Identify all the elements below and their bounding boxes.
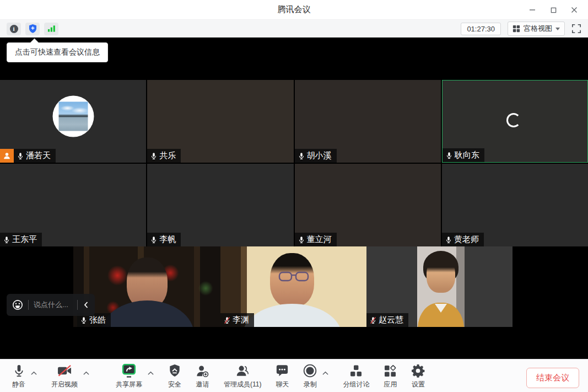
invite-icon: [196, 363, 209, 378]
toolbar-label: 分组讨论: [343, 380, 369, 389]
participant-tile[interactable]: 王东平: [0, 164, 146, 246]
security-icon: [169, 363, 181, 378]
toolbar-label: 设置: [412, 380, 425, 389]
participant-name: 李帆: [159, 234, 176, 245]
microphone-icon: [13, 363, 25, 378]
video-feed: [417, 246, 465, 327]
apps-button[interactable]: 应用: [384, 363, 397, 389]
security-button[interactable]: 安全: [168, 363, 181, 389]
chat-input[interactable]: 说点什么...: [34, 300, 72, 310]
minimize-button[interactable]: [524, 2, 541, 18]
invite-button[interactable]: 邀请: [196, 363, 209, 389]
manage-members-button[interactable]: 管理成员(11): [224, 363, 261, 389]
participant-name: 黄老师: [454, 234, 479, 245]
participant-tile[interactable]: 董立河: [295, 164, 441, 246]
title-bar: 腾讯会议: [0, 0, 588, 20]
end-meeting-button[interactable]: 结束会议: [526, 368, 579, 388]
meeting-status-bar: i 01:27:30: [0, 20, 588, 37]
minimize-icon: [529, 7, 536, 13]
mic-on-icon: [298, 152, 305, 160]
mute-options-chevron[interactable]: [31, 368, 37, 378]
view-layout-selector[interactable]: 宫格视图: [508, 22, 565, 36]
toolbar-label: 邀请: [196, 380, 209, 389]
toolbar-label: 聊天: [276, 380, 289, 389]
meeting-info-button[interactable]: i: [7, 23, 21, 35]
toolbar-label: 静音: [12, 380, 25, 389]
record-options-chevron[interactable]: [322, 368, 328, 378]
members-icon: [235, 363, 250, 378]
avatar-image: [58, 102, 88, 131]
participant-video-tile[interactable]: 张皓: [73, 246, 220, 327]
mic-muted-icon: [369, 316, 377, 324]
meeting-timer: 01:27:30: [461, 23, 501, 35]
record-button[interactable]: 录制: [303, 363, 317, 389]
toolbar-label: 录制: [304, 380, 317, 389]
meeting-info-tooltip: 点击可快速查看会议信息: [7, 42, 108, 62]
mic-on-icon: [298, 236, 305, 244]
mic-on-icon: [445, 236, 452, 244]
settings-button[interactable]: 设置: [411, 363, 425, 389]
toolbar-label: 应用: [384, 380, 397, 389]
meeting-window: 腾讯会议 i: [0, 0, 588, 392]
settings-gear-icon: [411, 363, 425, 378]
record-icon: [303, 363, 317, 378]
video-feed: [100, 300, 194, 327]
chat-icon: [276, 363, 289, 378]
divider: [28, 300, 29, 310]
share-screen-button[interactable]: 共享屏幕: [116, 363, 142, 389]
breakout-rooms-button[interactable]: 分组讨论: [343, 363, 369, 389]
maximize-icon: [551, 7, 557, 13]
collapse-chevron-left-icon[interactable]: [83, 301, 89, 309]
tooltip-text: 点击可快速查看会议信息: [15, 47, 100, 56]
app-title: 腾讯会议: [278, 4, 311, 15]
mic-on-icon: [445, 152, 453, 159]
mic-muted-icon: [223, 316, 231, 324]
info-icon: i: [10, 25, 18, 33]
participant-tile[interactable]: 李帆: [147, 164, 293, 246]
participant-name: 胡小溪: [307, 151, 332, 161]
maximize-button[interactable]: [545, 2, 562, 18]
emoji-icon[interactable]: [12, 299, 23, 310]
participant-tile[interactable]: 胡小溪: [295, 80, 441, 163]
mic-on-icon: [3, 236, 10, 244]
participant-tile[interactable]: 潘若天: [0, 80, 146, 163]
mute-button[interactable]: 静音: [12, 363, 25, 389]
share-options-chevron[interactable]: [148, 368, 154, 378]
video-feed: [435, 304, 447, 313]
start-video-button[interactable]: 开启视频: [51, 363, 78, 389]
participant-video-tile[interactable]: 李渊: [220, 246, 366, 327]
video-feed: [242, 304, 342, 327]
participant-tile-active-speaker[interactable]: 耿向东: [442, 80, 588, 163]
network-signal-button[interactable]: [44, 23, 58, 35]
chat-button[interactable]: 聊天: [276, 363, 289, 389]
apps-icon: [384, 363, 397, 378]
meeting-security-button[interactable]: [25, 23, 40, 35]
participant-name: 王东平: [12, 234, 37, 245]
status-bar-right: 01:27:30 宫格视图: [461, 22, 581, 36]
mic-on-icon: [150, 236, 158, 244]
loading-spinner-icon: [506, 113, 521, 127]
shield-plus-icon: [29, 24, 37, 33]
participant-video-tile[interactable]: 赵云慧: [366, 246, 513, 327]
close-icon: [571, 7, 578, 13]
participant-tile[interactable]: 共乐: [147, 80, 293, 163]
meeting-toolbar: 静音 开启视频 共享屏幕: [0, 359, 588, 392]
participant-name: 李渊: [233, 315, 249, 325]
toolbar-label: 开启视频: [51, 380, 78, 389]
fullscreen-button[interactable]: [571, 24, 581, 34]
meeting-stage: 点击可快速查看会议信息 潘若天 共乐: [0, 37, 588, 359]
close-button[interactable]: [566, 2, 582, 18]
participant-tile[interactable]: 黄老师: [442, 164, 588, 246]
video-feed: [427, 256, 455, 293]
toolbar-label: 安全: [168, 380, 181, 389]
tooltip-arrow: [30, 39, 39, 47]
breakout-icon: [349, 363, 363, 378]
fullscreen-icon: [571, 24, 581, 34]
video-options-chevron[interactable]: [83, 368, 89, 378]
view-layout-label: 宫格视图: [524, 24, 552, 34]
participant-name: 张皓: [89, 315, 106, 325]
avatar: [52, 96, 94, 137]
name-tag: 潘若天: [0, 149, 56, 163]
mic-on-icon: [17, 152, 24, 160]
mic-on-icon: [80, 316, 88, 324]
